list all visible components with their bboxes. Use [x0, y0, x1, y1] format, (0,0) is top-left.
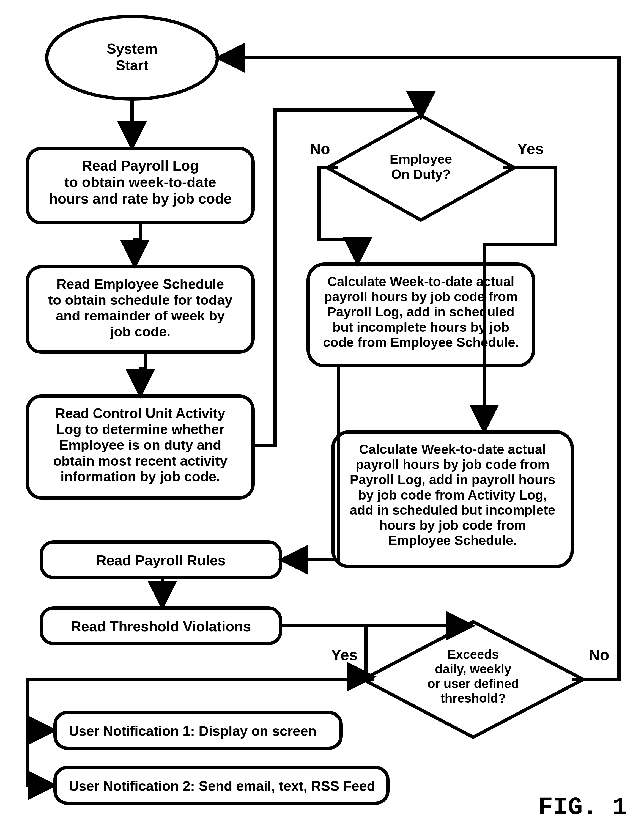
read-activity-label: Read Control Unit ActivityLog to determi… [53, 406, 227, 484]
notify2-label: User Notification 2: Send email, text, R… [69, 779, 375, 794]
calc-yes-label: Calculate Week-to-date actualpayroll hou… [350, 442, 555, 548]
read-threshold-label: Read Threshold Violations [71, 618, 251, 634]
calc-no-label: Calculate Week-to-date actualpayroll hou… [323, 274, 519, 349]
on-duty-no-label: No [310, 140, 330, 157]
notify1-label: User Notification 1: Display on screen [69, 723, 316, 739]
read-rules-label: Read Payroll Rules [96, 552, 225, 568]
on-duty-yes-label: Yes [517, 140, 544, 157]
figure-label: FIG. 1 [538, 794, 627, 821]
exceeds-no-label: No [589, 646, 609, 664]
exceeds-yes-label: Yes [331, 646, 357, 664]
